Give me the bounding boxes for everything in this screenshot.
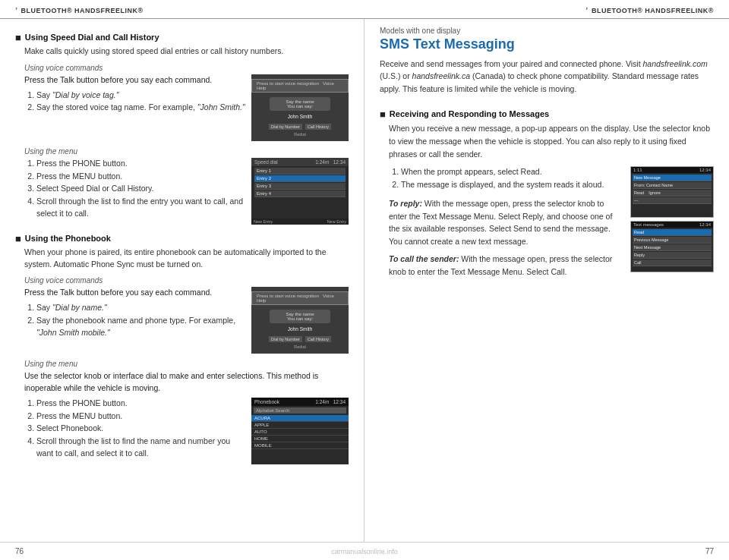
voice-step-2-2: Say the phonebook name and phone type. F…: [36, 315, 245, 339]
sd-title: Speed dial: [254, 159, 278, 165]
sd-new-entry: New Entry: [254, 219, 273, 224]
ph-row-4: HOME: [251, 436, 349, 442]
menu-intro-2: Use the selector knob or interface dial …: [24, 370, 349, 395]
menu-text-2: Press the PHONE button. Press the MENU b…: [24, 398, 245, 464]
menu-step-2-3: Select Phonebook.: [36, 423, 245, 435]
menu-label-2: Using the menu: [24, 360, 349, 368]
voice-opt-2: Call History: [305, 124, 331, 130]
menu-step-2-1: Press the PHONE button.: [36, 398, 245, 410]
content-columns: ■ Using Speed Dial and Call History Make…: [0, 19, 729, 542]
models-label: Models with one display: [380, 27, 714, 35]
voice-commands-label-1: Using voice commands: [24, 64, 349, 72]
sms-steps-text: When the prompt appears, select Read. Th…: [389, 166, 624, 278]
sms-notif-row-1: New Message: [633, 175, 712, 181]
voice-start-btn: Press to start voice recognition Voice H…: [251, 79, 349, 93]
sd-screen-header: Speed dial 1:24m 12:34: [251, 158, 349, 166]
bullet-icon: ■: [15, 33, 21, 42]
to-call-label: To call the sender:: [389, 254, 459, 263]
txt-msg-row-next: Next Message: [633, 244, 712, 251]
menu-step-2-2: Press the MENU button.: [36, 411, 245, 423]
voice-options-2: Dial by Number Call History: [269, 336, 331, 342]
voice-name-2: John Smith: [286, 325, 314, 333]
section-speed-dial-heading: ■ Using Speed Dial and Call History: [15, 33, 349, 42]
ph-header: Phonebook 1:24m 12:34: [251, 398, 349, 406]
section2-title: Using the Phonebook: [25, 234, 111, 243]
voice-steps-pair-1: Press the Talk button before you say eac…: [24, 74, 349, 141]
voice-opt-1: Dial by Number: [269, 124, 302, 130]
voice-bubble-1: Say the nameYou can say:: [270, 97, 330, 111]
bullet-icon-2: ■: [15, 234, 21, 244]
ph-search: Alphabet Search: [254, 407, 346, 414]
voice-step-2-1: Say "Dial by name.": [36, 302, 245, 314]
voice-bubble-2: Say the nameYou can say:: [270, 310, 330, 323]
voice-opt-4: Call History: [305, 336, 331, 342]
page-number-right: 77: [705, 547, 714, 555]
bt-icon-right: ’: [585, 6, 589, 15]
section1-title: Using Speed Dial and Call History: [25, 33, 159, 42]
ph-row-1: ACURA: [251, 415, 349, 422]
menu-steps-pair-1: Press the PHONE button. Press the MENU b…: [24, 158, 349, 225]
txt-msg-time: 12:34: [699, 222, 711, 227]
watermark-text: carmanualsonline.info: [331, 548, 398, 555]
voice-press-1: Press the Talk button before you say eac…: [24, 74, 245, 87]
speed-dial-screen: Speed dial 1:24m 12:34 Entry 1 Entry 2 E…: [251, 158, 349, 225]
sms-intro-block: Receive and send messages from your pair…: [380, 58, 714, 103]
sd-row-2: Entry 2: [254, 175, 346, 182]
to-call-block: To call the sender: With the message ope…: [389, 253, 624, 278]
voice-options-1: Dial by Number Call History: [269, 124, 331, 130]
page-container: ’ BLUETOOTH® HANDSFREELINK® ’ BLUETOOTH®…: [0, 0, 729, 560]
header-title-right: BLUETOOTH® HANDSFREELINK®: [592, 7, 714, 14]
bullet-icon-3: ■: [380, 109, 386, 119]
text-messages-screen: Text messages 12:34 Read Previous Messag…: [630, 221, 714, 272]
sms-notif-header: 1:11 12:34: [631, 167, 713, 173]
link2: handsfreelink.ca: [412, 71, 470, 80]
voice-text-1: Press the Talk button before you say eac…: [24, 74, 245, 118]
header-title-left: BLUETOOTH® HANDSFREELINK®: [21, 7, 144, 14]
page-footer: 76 carmanualsonline.info 77: [0, 542, 729, 560]
ph-title: Phonebook: [254, 399, 279, 404]
voice-steps-pair-2: Press the Talk button before you say eac…: [24, 287, 349, 354]
sms-notif-time: 12:34: [699, 168, 711, 172]
voice-opt-3: Dial by Number: [269, 336, 302, 342]
voice-redial-2: Redial: [294, 344, 306, 349]
left-column: ■ Using Speed Dial and Call History Make…: [0, 19, 364, 542]
voice-name-1: John Smith: [286, 112, 314, 121]
voice-commands-block-2: Using voice commands Press the Talk butt…: [24, 276, 349, 464]
header-brand-left: ’ BLUETOOTH® HANDSFREELINK®: [15, 6, 144, 15]
menu-step-1-2: Press the MENU button.: [36, 171, 245, 183]
menu-step-1-1: Press the PHONE button.: [36, 158, 245, 170]
sd-footer: New Entry New Entry: [251, 219, 349, 225]
receiving-block: When you receive a new message, a pop-up…: [389, 122, 714, 278]
sms-step-2: The message is displayed, and the system…: [401, 179, 624, 191]
menu-step-2-4: Scroll through the list to find the name…: [36, 436, 245, 460]
sd-row-3: Entry 3: [254, 183, 346, 190]
txt-msg-row-prev: Previous Message: [633, 237, 712, 244]
sms-notif-info: 1:11: [633, 168, 642, 172]
sms-step-1: When the prompt appears, select Read.: [401, 166, 624, 178]
sms-notif-row-3: Read Ignore: [633, 190, 712, 197]
link1: handsfreelink.com: [643, 59, 708, 68]
section1-intro: Make calls quickly using stored speed di…: [24, 46, 349, 58]
voice-redial-1: Redial: [294, 132, 306, 137]
sd-row-1: Entry 1: [254, 168, 346, 175]
txt-msg-row-read: Read: [633, 229, 712, 236]
sd-row-4: Entry 4: [254, 190, 346, 197]
menu-step-list-2: Press the PHONE button. Press the MENU b…: [36, 398, 245, 460]
menu-step-1-4: Scroll through the list to find the entr…: [36, 196, 245, 220]
voice-step-1-2: Say the stored voice tag name. For examp…: [36, 102, 245, 114]
sms-title-text: SMS Text Messaging: [380, 36, 515, 52]
menu-step-list-1: Press the PHONE button. Press the MENU b…: [36, 158, 245, 220]
right-column: Models with one display SMS Text Messagi…: [364, 19, 729, 542]
voice-text-2: Press the Talk button before you say eac…: [24, 287, 245, 343]
sms-notification-screen: 1:11 12:34 New Message From: Contact Nam…: [630, 166, 714, 218]
bt-icon-left: ’: [15, 6, 18, 15]
menu-step-1-3: Select Speed Dial or Call History.: [36, 183, 245, 195]
voice-commands-label-2: Using voice commands: [24, 276, 349, 285]
page-number-left: 76: [15, 547, 24, 555]
ph-row-5: MOBILE: [251, 442, 349, 449]
receiving-title: Receiving and Responding to Messages: [390, 109, 549, 118]
voice-commands-block-1: Using voice commands Press the Talk butt…: [24, 64, 349, 225]
to-reply-block: To reply: With the message open, press t…: [389, 197, 624, 248]
voice-screen-1: Press to start voice recognition Voice H…: [251, 74, 349, 141]
voice-step-list-2: Say "Dial by name." Say the phonebook na…: [36, 302, 245, 338]
